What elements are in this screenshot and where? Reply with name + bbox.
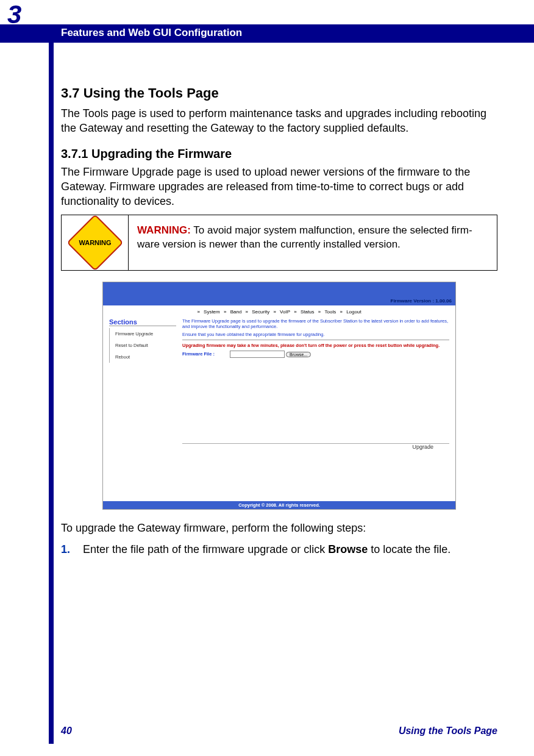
page-number: 40 xyxy=(61,726,72,736)
firmware-upgrade-screenshot: Firmware Version : 1.00.06 » System » Ba… xyxy=(102,282,456,510)
step-1-text-a: Enter the file path of the firmware upgr… xyxy=(83,543,328,555)
nav-item[interactable]: Band xyxy=(230,309,242,315)
shot-firmware-version: Firmware Version : 1.00.06 xyxy=(391,298,452,304)
section-intro: The Tools page is used to perform mainte… xyxy=(61,106,497,136)
chapter-number: 3 xyxy=(7,0,21,29)
steps-intro: To upgrade the Gateway firmware, perform… xyxy=(61,521,497,535)
sidebar-item-firmware-upgrade[interactable]: Firmware Upgrade xyxy=(113,328,176,340)
vertical-rule xyxy=(49,24,54,744)
subsection-heading: 3.7.1 Upgrading the Firmware xyxy=(61,147,497,161)
nav-item[interactable]: System xyxy=(204,309,220,315)
nav-item[interactable]: Security xyxy=(252,309,269,315)
shot-copyright: Copyright © 2008. All rights reserved. xyxy=(103,501,455,509)
warning-text: WARNING: To avoid major system malfuncti… xyxy=(129,215,497,270)
warning-icon: WARNING xyxy=(66,215,123,271)
shot-sections-label: Sections xyxy=(109,318,176,326)
warning-icon-cell: WARNING xyxy=(62,215,129,270)
section-heading: 3.7 Using the Tools Page xyxy=(61,85,497,101)
sidebar-item-reboot[interactable]: Reboot xyxy=(113,351,176,363)
shot-file-label: Firmware File : xyxy=(182,351,215,357)
warning-prefix: WARNING: xyxy=(137,224,191,236)
nav-item[interactable]: Tools xyxy=(325,309,336,315)
nav-item[interactable]: VoIP xyxy=(280,309,290,315)
shot-red-note: Upgrading firmware may take a few minute… xyxy=(182,343,449,348)
shot-desc1: The Firmware Upgrade page is used to upg… xyxy=(182,318,449,329)
footer-title: Using the Tools Page xyxy=(399,726,497,736)
step-1-text-b: to locate the file. xyxy=(368,543,450,555)
firmware-file-input[interactable] xyxy=(230,351,285,358)
warning-icon-label: WARNING xyxy=(79,239,111,246)
subsection-intro: The Firmware Upgrade page is used to upl… xyxy=(61,165,497,209)
nav-item[interactable]: Logout xyxy=(346,309,361,315)
upgrade-button[interactable]: Upgrade xyxy=(182,443,449,450)
step-1-bold: Browse xyxy=(328,543,368,555)
header-title: Features and Web GUI Configuration xyxy=(61,27,242,39)
step-1: Enter the file path of the firmware upgr… xyxy=(61,542,497,557)
shot-navbar: » System » Band » Security » VoIP » Stat… xyxy=(103,305,455,318)
warning-box: WARNING WARNING: To avoid major system m… xyxy=(61,215,497,271)
browse-button[interactable]: Browse... xyxy=(286,352,311,357)
shot-desc2: Ensure that you have obtained the approp… xyxy=(182,332,449,337)
sidebar-item-reset-default[interactable]: Reset to Default xyxy=(113,340,176,351)
nav-item[interactable]: Status xyxy=(301,309,315,315)
shot-header: Firmware Version : 1.00.06 xyxy=(103,282,455,305)
